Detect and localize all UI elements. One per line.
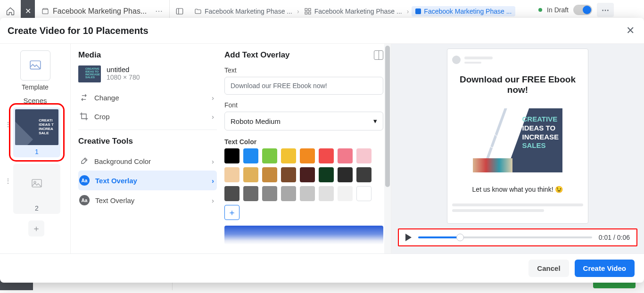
crop-icon bbox=[79, 112, 89, 121]
tool-label: Change bbox=[94, 94, 119, 102]
image-icon bbox=[30, 178, 44, 189]
overlay-text-input[interactable] bbox=[224, 77, 383, 95]
hero-line: IDEAS TO bbox=[522, 124, 559, 133]
color-swatch[interactable] bbox=[356, 186, 372, 201]
breadcrumb-item-3[interactable]: Facebook Marketing Phase ... bbox=[412, 6, 515, 16]
color-swatch[interactable] bbox=[224, 186, 239, 201]
color-swatch[interactable] bbox=[224, 148, 239, 163]
color-swatch[interactable] bbox=[319, 148, 334, 163]
tool-label: Crop bbox=[94, 113, 110, 121]
media-change-row[interactable]: Change › bbox=[78, 88, 217, 107]
color-swatch[interactable] bbox=[224, 167, 239, 182]
chevron-down-icon: ▾ bbox=[373, 117, 377, 125]
play-icon[interactable] bbox=[405, 234, 412, 241]
close-icon[interactable]: ✕ bbox=[626, 24, 635, 37]
hero-line: INCREASE bbox=[522, 133, 559, 142]
text-overlay-icon: Aa bbox=[79, 195, 90, 205]
progress-handle[interactable] bbox=[456, 234, 464, 241]
template-tile[interactable] bbox=[20, 50, 50, 81]
color-gradient-slider[interactable] bbox=[224, 226, 383, 244]
create-video-button[interactable]: Create Video bbox=[575, 260, 635, 277]
media-thumbnail: CREATIVEIDEAS TOINCREASESALES bbox=[78, 65, 101, 82]
svg-rect-3 bbox=[305, 8, 307, 11]
media-crop-row[interactable]: Crop › bbox=[78, 107, 217, 126]
text-overlay-row-active[interactable]: Aa Text Overlay › bbox=[78, 171, 217, 190]
media-heading: Media bbox=[78, 50, 217, 60]
bg-color-row[interactable]: Background Color › bbox=[78, 152, 217, 171]
media-name: untitled bbox=[107, 65, 140, 73]
preview-overlay-text: Download our FREE Ebook now! bbox=[452, 74, 583, 95]
swap-icon bbox=[79, 93, 89, 102]
color-swatch[interactable] bbox=[262, 186, 277, 201]
color-swatch[interactable] bbox=[300, 186, 315, 201]
add-color-button[interactable]: ＋ bbox=[224, 205, 239, 220]
overlay-heading: Add Text Overlay bbox=[224, 50, 290, 60]
create-video-modal: Create Video for 10 Placements ✕ Templat… bbox=[0, 18, 644, 283]
time-display: 0:01 / 0:06 bbox=[599, 234, 630, 241]
status-toggle[interactable] bbox=[573, 5, 592, 15]
breadcrumb-item-1[interactable]: Facebook Marketing Phase ... bbox=[192, 8, 294, 15]
hero-line: SALES bbox=[522, 141, 559, 150]
font-select[interactable]: Roboto Medium ▾ bbox=[224, 112, 383, 130]
panel-toggle-icon[interactable] bbox=[175, 7, 184, 16]
color-swatch[interactable] bbox=[281, 186, 296, 201]
home-icon[interactable] bbox=[0, 7, 21, 16]
color-swatch[interactable] bbox=[338, 167, 353, 182]
color-swatch[interactable] bbox=[300, 148, 315, 163]
color-swatch[interactable] bbox=[262, 167, 277, 182]
chevron-right-icon: › bbox=[212, 94, 214, 102]
color-swatch[interactable] bbox=[319, 167, 334, 182]
ad-icon bbox=[415, 8, 421, 14]
text-overlay-row-2[interactable]: Aa Text Overlay › bbox=[78, 190, 217, 210]
panel-layout-icon[interactable] bbox=[374, 50, 383, 60]
folder-icon bbox=[194, 8, 202, 15]
grid-icon bbox=[304, 8, 312, 15]
color-swatch[interactable] bbox=[356, 148, 372, 163]
chevron-right-icon: › bbox=[212, 157, 214, 165]
text-label: Text bbox=[224, 66, 383, 74]
color-swatch[interactable] bbox=[338, 186, 353, 201]
tool-label: Text Overlay bbox=[95, 196, 134, 204]
color-swatch[interactable] bbox=[262, 148, 277, 163]
add-scene-button[interactable]: ＋ bbox=[28, 220, 44, 236]
color-swatch[interactable] bbox=[356, 167, 372, 182]
scenes-heading: Scenes bbox=[4, 97, 66, 105]
image-icon bbox=[27, 59, 43, 72]
drag-handle-icon[interactable]: ⋮⋮ bbox=[5, 107, 13, 128]
drag-handle-icon[interactable]: ⋮⋮ bbox=[5, 164, 13, 185]
text-color-label: Text Color bbox=[224, 138, 383, 146]
breadcrumb-label: Facebook Marketing Phase ... bbox=[314, 8, 402, 15]
scene-card-1[interactable]: CREATI IDEAS T INCREA SALE 1 bbox=[13, 107, 60, 157]
chevron-right-icon: › bbox=[407, 8, 409, 15]
creative-tools-heading: Creative Tools bbox=[78, 137, 217, 146]
scene-number: 2 bbox=[15, 204, 58, 212]
chevron-right-icon: › bbox=[212, 177, 214, 185]
color-swatch[interactable] bbox=[338, 148, 353, 163]
status-dot-icon bbox=[538, 8, 542, 12]
preview-post: Download our FREE Ebook now! CREATIVE ID… bbox=[447, 49, 588, 224]
color-swatch[interactable] bbox=[243, 148, 258, 163]
color-swatch[interactable] bbox=[300, 167, 315, 182]
font-select-value: Roboto Medium bbox=[231, 117, 281, 125]
breadcrumb-label: Facebook Marketing Phase ... bbox=[205, 8, 292, 15]
svg-rect-4 bbox=[308, 8, 311, 11]
color-swatch[interactable] bbox=[281, 148, 296, 163]
eyedropper-icon bbox=[79, 156, 89, 166]
scene-number: 1 bbox=[15, 148, 58, 155]
scene-card-2[interactable]: 2 bbox=[13, 164, 60, 214]
template-label: Template bbox=[4, 83, 66, 91]
cancel-button[interactable]: Cancel bbox=[528, 260, 569, 277]
svg-rect-0 bbox=[42, 9, 48, 14]
scrollbar[interactable] bbox=[384, 44, 391, 253]
color-swatch[interactable] bbox=[243, 186, 258, 201]
chevron-right-icon: › bbox=[297, 8, 299, 15]
color-swatch[interactable] bbox=[319, 186, 334, 201]
breadcrumb-item-2[interactable]: Facebook Marketing Phase ... bbox=[302, 8, 404, 15]
video-player-bar: 0:01 / 0:06 bbox=[398, 228, 637, 246]
color-swatch[interactable] bbox=[281, 167, 296, 182]
preview-caption: Let us know what you think! 😉 bbox=[452, 186, 583, 193]
tool-label: Background Color bbox=[94, 157, 151, 165]
progress-track[interactable] bbox=[418, 236, 592, 238]
more-menu-button[interactable]: ⋯ bbox=[597, 3, 614, 17]
color-swatch[interactable] bbox=[243, 167, 258, 182]
